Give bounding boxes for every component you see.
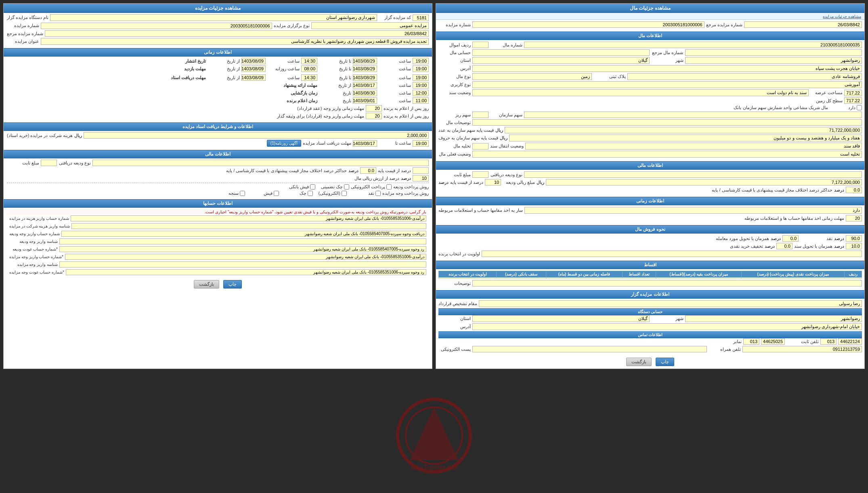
towzih-forosh-value <box>472 280 862 287</box>
kargo-addr-value: خیابان امام-شهرداری رضوانشهر <box>472 323 862 330</box>
sahm-riz-value <box>472 112 489 118</box>
tarikh-mohlet-to: 1403/08/29 <box>353 65 377 72</box>
right-hakamgari-value: 0.0 <box>360 167 376 174</box>
zaman-alam-value: 1403/09/01 <box>353 97 377 104</box>
right-mali-header: اطلاعات مالی <box>4 150 432 158</box>
tarikh-mohlet-from: 1403/08/09 <box>241 65 266 72</box>
nooe-barkzari-value: مزایده عمومی <box>311 22 429 29</box>
mohlet-arahe-from-saat: 14:30 <box>301 74 317 81</box>
zamani-info-header: اطلاعات زمانی <box>436 197 864 205</box>
electronic-vojh-checkbox[interactable] <box>342 191 347 196</box>
sahm-sazman-value <box>524 112 862 118</box>
hesab-dastgah-header: حسابی دستگاه <box>438 308 862 315</box>
fesh-banki-checkbox[interactable] <box>310 184 315 190</box>
asnad-section: 2,000,000 ریال هزینه شرکت در مزایده (خری… <box>4 131 432 149</box>
hesab-row-6: شناسه واریز وجه مزایده <box>7 261 429 268</box>
hesab-label-5: *شماره حساب واریز وجه مزایده <box>9 255 63 259</box>
aqsat-table: ردیف میزان پرداخت نقدی (پیش پرداخت) (درص… <box>438 271 862 279</box>
sanad-checkbox[interactable] <box>240 191 245 196</box>
right-shmz-value: 2003005181000006 <box>41 23 272 29</box>
ostan-value: گیلان <box>472 57 650 64</box>
mohlet-asnad-saat: 19:00 <box>413 140 429 147</box>
right-buttons: چاپ بازگشت <box>4 278 432 291</box>
zaman-alam-saat: 11:00 <box>413 97 429 104</box>
takhliye-feli-value: تخلیه است <box>472 151 862 158</box>
agahi-btn[interactable]: آگهی روزنامه(1) <box>267 140 301 147</box>
name-dastgah-value: شهرداری رضوانشهر استان <box>50 14 377 21</box>
mohlet-arahe-to: 1403/08/29 <box>353 74 377 81</box>
right-panel-title: مشاهده جزئیات مزایده <box>4 4 432 13</box>
mal-info-header: اطلاعات مال <box>436 32 864 40</box>
saat-to-value1: 19:00 <box>413 58 429 64</box>
aqsat-section: ردیف میزان پرداخت نقدی (پیش پرداخت) (درص… <box>436 269 864 289</box>
takhliye-value <box>472 143 489 150</box>
left-back-button[interactable]: بازگشت <box>626 358 652 366</box>
electronic-checkbox[interactable] <box>386 184 392 190</box>
kargo-ostan-value: گیلان <box>472 315 650 322</box>
hesab-row-2: دریافت وجوه سپرده-0105585407005- بانک مل… <box>7 230 429 237</box>
right-darsd-value <box>413 167 429 174</box>
forosh-info-section: 90.0 درصد نقد 0.0 درصد همزمان با تحویل م… <box>436 234 864 260</box>
mohlet-value: 20 <box>846 215 862 221</box>
mal-info-section: 2103005181000035 شماره مال ردیف اموال شم… <box>436 40 864 160</box>
saat-mohlet-to: 19:00 <box>413 65 429 72</box>
hesab-field-7: رد وجوه سپرده-0105585351006- بانک ملی ای… <box>66 269 426 275</box>
mzayede-kargo-header: اطلاعات مزایده گزار <box>436 290 864 299</box>
hakamgari-value: 0.0 <box>846 187 862 193</box>
hesab-row-3: شناسه واریز وجه ودیعه <box>7 238 429 245</box>
darsd-value: 10 <box>485 179 501 185</box>
mohlet-asnad-from: 1403/08/17 <box>353 140 377 147</box>
hesab-field-0: درآمدی-0105585351006- بانک ملی ایران شعب… <box>71 215 426 221</box>
saat-mohlet-from: 08:00 <box>301 65 317 72</box>
mali-info-section: نوع ودیعه دریافتی مبلغ ثابت 7,172,200,00… <box>436 170 864 196</box>
hesab-field-3 <box>59 238 426 244</box>
type-karbri-value: آموزشی <box>472 81 862 88</box>
naghd-value: 90.0 <box>846 235 862 242</box>
mohlet-estfade-from: 1403/08/17 <box>353 82 377 88</box>
hesab-row-7: رد وجوه سپرده-0105585351006- بانک ملی ای… <box>7 269 429 276</box>
shmz-ref-value: 26/03/8842 <box>744 21 862 28</box>
naghd-checkbox[interactable] <box>375 191 381 196</box>
hesab-rows: درآمدی-0105585351006- بانک ملی ایران شعب… <box>7 215 429 276</box>
tel-hamrah-value: 09112313759 <box>742 346 862 352</box>
check-vojh-checkbox[interactable] <box>308 191 313 196</box>
contact-header: اطلاعات تماس <box>438 331 862 338</box>
hamzman-value: 0.0 <box>782 235 799 242</box>
hesab-field-5: درآمدی-0105585351006- بانک ملی ایران شعب… <box>65 254 426 260</box>
shmz-mz-value: 2003005181000006 <box>472 21 704 28</box>
mal-sharik-checkbox[interactable] <box>857 105 862 110</box>
hesab-row-0: درآمدی-0105585351006- بانک ملی ایران شعب… <box>7 215 429 222</box>
fax-code: 013 <box>743 338 759 345</box>
towzih-mal-value <box>472 119 862 126</box>
col-tedad: تعداد اقساط <box>622 271 656 278</box>
hesab-label-4: *شماره حساب عودت ودیعه <box>9 247 58 251</box>
right-nooe-vazie-value <box>92 160 429 166</box>
hazine-value: 2,000,000 <box>84 132 429 139</box>
left-buttons: چاپ بازگشت <box>436 355 864 369</box>
check-tazmini-checkbox[interactable] <box>344 184 349 190</box>
left-print-button[interactable]: چاپ <box>656 358 674 366</box>
left-panel-title: مشاهده جزئیات مال <box>436 4 864 13</box>
breadcrumb-link[interactable]: مشاهده جزئیات مزایده <box>823 14 861 19</box>
col-pish: میزان پرداخت نقدی (پیش پرداخت) (درصد) <box>741 271 845 278</box>
price-base-value: 71,722,000,000 <box>505 127 862 133</box>
roos-vojh-row: روش پرداخت وجه مزایده نقد (الکترونیکی) چ… <box>7 191 429 196</box>
nooe-odjrat-value <box>524 171 862 178</box>
mohlet-estfade-saat: 19:00 <box>413 82 429 88</box>
right-print-button[interactable]: چاپ <box>223 280 242 289</box>
col-saqf: سقف بانکی (درصد) <box>497 271 546 278</box>
code-mzyd-value: 5181 <box>413 15 429 21</box>
hesab-label-2: شماره حساب واریز وجه ودیعه <box>9 232 60 236</box>
table-row <box>439 278 862 279</box>
zaman-baz-saat: 12:00 <box>413 90 429 96</box>
zamani-info-section: دارد سار به اخذ مقامها حساب و استعلامات … <box>436 205 864 224</box>
hesab-label-0: شماره حساب واریز هزینه در مزایده <box>9 216 69 221</box>
tarikh-to-value1: 1403/08/29 <box>353 58 377 64</box>
fesh-vojh-checkbox[interactable] <box>274 191 279 196</box>
right-back-button[interactable]: بازگشت <box>194 280 219 289</box>
hesab-field-1 <box>71 223 426 229</box>
mohlet-variz-value: 20 <box>366 105 382 112</box>
right-shmz-ref-value: 26/03/8842 <box>45 30 429 37</box>
col-fasele: فاصله زمانی بین دو قسط (ماه) <box>546 271 622 278</box>
hesab-field-4: رد وجوه سپرده-0105585407005- بانک ملی ای… <box>59 246 426 252</box>
